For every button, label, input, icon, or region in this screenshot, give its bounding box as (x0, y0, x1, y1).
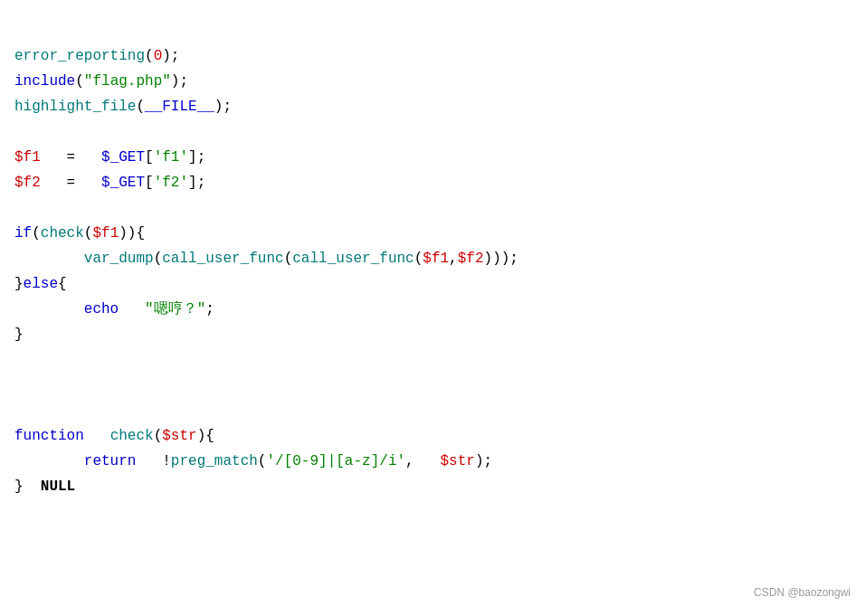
line-return-preg: return !preg_match('/[0-9]|[a-z]/i', $st… (14, 453, 492, 469)
line-echo: echo "嗯哼？"; (14, 301, 214, 317)
line-if-check: if(check($f1)){ (14, 225, 145, 242)
line-highlight-file: highlight_file(__FILE__); (14, 99, 232, 115)
watermark: CSDN @baozongwi (754, 584, 851, 602)
line-var-dump: var_dump(call_user_func(call_user_func($… (14, 251, 518, 267)
line-function-def: function check($str){ (14, 428, 214, 444)
line-f2-assign: $f2 = $_GET['f2']; (14, 175, 205, 191)
line-close-if: } (14, 327, 24, 343)
line-else: }else{ (14, 276, 67, 292)
line-f1-assign: $f1 = $_GET['f1']; (14, 149, 205, 166)
line-error-reporting: error_reporting(0); (14, 48, 179, 64)
code-display: error_reporting(0); include("flag.php");… (14, 18, 851, 499)
line-include: include("flag.php"); (14, 73, 188, 90)
line-close-function: } NULL (14, 479, 75, 495)
